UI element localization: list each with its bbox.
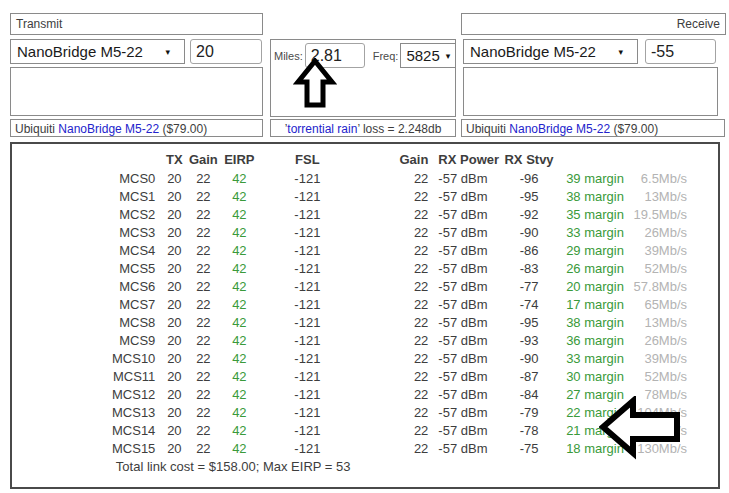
- cell-rx-gain: 22: [354, 385, 430, 403]
- cell-rx-power: -57 dBm: [430, 277, 499, 295]
- receive-device-select[interactable]: NanoBridge M5-22 ▾: [463, 39, 638, 64]
- cell-speed: 39Mb/s: [631, 349, 687, 367]
- cell-fsl: -121: [260, 421, 354, 439]
- cell-eirp: 42: [218, 259, 260, 277]
- cell-margin: 20 margin: [559, 277, 631, 295]
- cell-margin: 17 margin: [559, 295, 631, 313]
- left-arrow-annotation-icon: [599, 396, 681, 460]
- cell-fsl: -121: [260, 241, 354, 259]
- cell-rx-stvy: -96: [499, 169, 559, 187]
- cell-mcs: MCS6: [112, 277, 160, 295]
- mcs-row: MCS6 20 22 42 -121 22 -57 dBm -77 20 mar…: [112, 277, 687, 295]
- cell-rx-power: -57 dBm: [430, 421, 499, 439]
- cell-eirp: 42: [218, 403, 260, 421]
- cell-fsl: -121: [260, 223, 354, 241]
- transmit-notes-textarea[interactable]: [10, 67, 263, 116]
- cell-rx-stvy: -90: [499, 349, 559, 367]
- cell-speed: 57.8Mb/s: [631, 277, 687, 295]
- mcs-row: MCS9 20 22 42 -121 22 -57 dBm -93 36 mar…: [112, 331, 687, 349]
- cell-margin: 33 margin: [559, 349, 631, 367]
- cell-eirp: 42: [218, 295, 260, 313]
- cell-fsl: -121: [260, 385, 354, 403]
- cell-eirp: 42: [218, 421, 260, 439]
- cell-rx-stvy: -92: [499, 205, 559, 223]
- cell-tx: 20: [160, 169, 188, 187]
- cell-fsl: -121: [260, 403, 354, 421]
- cell-mcs: MCS0: [112, 169, 160, 187]
- cell-rx-gain: 22: [354, 205, 430, 223]
- cell-fsl: -121: [260, 259, 354, 277]
- cell-speed: 52Mb/s: [631, 259, 687, 277]
- receive-info-prefix: Ubiquiti: [466, 122, 509, 136]
- cell-margin: 38 margin: [559, 313, 631, 331]
- cell-mcs: MCS11: [112, 367, 160, 385]
- cell-fsl: -121: [260, 295, 354, 313]
- cell-gain: 22: [188, 277, 218, 295]
- cell-rx-stvy: -78: [499, 421, 559, 439]
- cell-fsl: -121: [260, 367, 354, 385]
- mcs-row: MCS5 20 22 42 -121 22 -57 dBm -83 26 mar…: [112, 259, 687, 277]
- cell-mcs: MCS14: [112, 421, 160, 439]
- transmit-device-link[interactable]: NanoBridge M5-22: [58, 122, 159, 136]
- header-fsl: FSL: [260, 149, 354, 169]
- rain-link[interactable]: torrential rain: [287, 122, 357, 136]
- cell-mcs: MCS9: [112, 331, 160, 349]
- header-eirp: EIRP: [218, 149, 260, 169]
- cell-eirp: 42: [218, 313, 260, 331]
- transmit-device-select[interactable]: NanoBridge M5-22 ▾: [10, 39, 185, 64]
- results-header: TX Gain EIRP FSL Gain RX Power RX Stvy: [112, 149, 687, 169]
- cell-fsl: -121: [260, 313, 354, 331]
- transmit-device-value: NanoBridge M5-22: [17, 43, 143, 60]
- mcs-row: MCS8 20 22 42 -121 22 -57 dBm -95 38 mar…: [112, 313, 687, 331]
- cell-margin: 26 margin: [559, 259, 631, 277]
- cell-speed: 26Mb/s: [631, 331, 687, 349]
- cell-fsl: -121: [260, 277, 354, 295]
- cell-rx-stvy: -87: [499, 367, 559, 385]
- cell-eirp: 42: [218, 331, 260, 349]
- freq-value: 5825: [406, 47, 439, 64]
- cell-rx-stvy: -74: [499, 295, 559, 313]
- cell-gain: 22: [188, 367, 218, 385]
- receive-notes-textarea[interactable]: [463, 67, 718, 116]
- cell-rx-gain: 22: [354, 259, 430, 277]
- cell-mcs: MCS10: [112, 349, 160, 367]
- receive-device-link[interactable]: NanoBridge M5-22: [509, 122, 610, 136]
- cell-rx-power: -57 dBm: [430, 223, 499, 241]
- cell-mcs: MCS13: [112, 403, 160, 421]
- cell-rx-gain: 22: [354, 439, 430, 457]
- cell-rx-stvy: -75: [499, 439, 559, 457]
- cell-gain: 22: [188, 385, 218, 403]
- cell-speed: 6.5Mb/s: [631, 169, 687, 187]
- freq-select[interactable]: 5825 ▾: [400, 43, 456, 68]
- cell-tx: 20: [160, 421, 188, 439]
- cell-eirp: 42: [218, 241, 260, 259]
- cell-margin: 35 margin: [559, 205, 631, 223]
- header-speed: [631, 149, 687, 169]
- cell-rx-power: -57 dBm: [430, 331, 499, 349]
- cell-rx-gain: 22: [354, 187, 430, 205]
- rain-loss-info: ’torrential rain’ loss = 2.248db: [270, 119, 456, 137]
- cell-tx: 20: [160, 295, 188, 313]
- cell-gain: 22: [188, 187, 218, 205]
- cell-eirp: 42: [218, 277, 260, 295]
- chevron-down-icon: ▾: [446, 51, 451, 61]
- header-gain: Gain: [188, 149, 218, 169]
- cell-tx: 20: [160, 385, 188, 403]
- cell-rx-power: -57 dBm: [430, 259, 499, 277]
- mcs-row: MCS1 20 22 42 -121 22 -57 dBm -95 38 mar…: [112, 187, 687, 205]
- cell-rx-stvy: -79: [499, 403, 559, 421]
- cell-speed: 13Mb/s: [631, 187, 687, 205]
- cell-tx: 20: [160, 223, 188, 241]
- transmit-info-suffix: ($79.00): [159, 122, 207, 136]
- cell-fsl: -121: [260, 187, 354, 205]
- receive-signal-input[interactable]: [645, 39, 716, 64]
- cell-rx-stvy: -77: [499, 277, 559, 295]
- cell-gain: 22: [188, 331, 218, 349]
- header-row: TX Gain EIRP FSL Gain RX Power RX Stvy: [112, 149, 687, 169]
- cell-margin: 33 margin: [559, 223, 631, 241]
- cell-rx-gain: 22: [354, 349, 430, 367]
- cell-rx-stvy: -95: [499, 313, 559, 331]
- transmit-power-input[interactable]: [190, 39, 262, 64]
- cell-gain: 22: [188, 223, 218, 241]
- mcs-row: MCS0 20 22 42 -121 22 -57 dBm -96 39 mar…: [112, 169, 687, 187]
